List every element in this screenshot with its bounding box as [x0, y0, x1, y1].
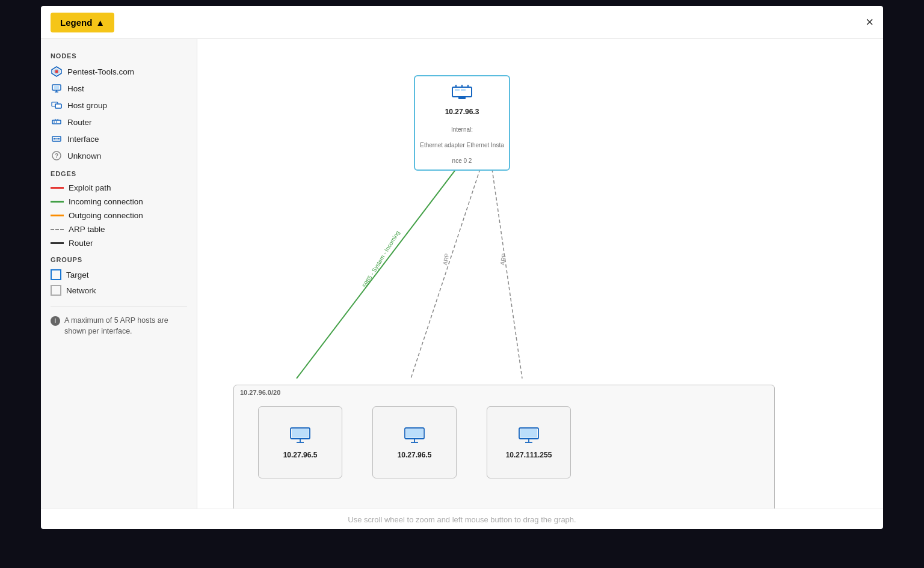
chevron-up-icon: ▲ [96, 17, 105, 28]
unknown-label: Unknown [67, 151, 101, 160]
groups-title: GROUPS [51, 256, 187, 263]
exploit-line [51, 187, 64, 189]
sidebar-item-host: Host [51, 82, 187, 94]
host3-ip: 10.27.111.255 [506, 451, 552, 459]
arp-label1: ARP [442, 253, 451, 266]
host1-ip: 10.27.96.5 [283, 451, 318, 459]
sidebar-item-router: Router [51, 116, 187, 128]
svg-line-23 [492, 169, 522, 378]
interface-ip: 10.27.96.3 [445, 108, 479, 116]
svg-point-17 [54, 138, 55, 139]
sidebar-edge-router: Router [51, 239, 187, 248]
arp-label2: ARP [499, 253, 508, 266]
unknown-icon: ? [51, 150, 63, 162]
svg-rect-4 [54, 86, 59, 89]
svg-rect-2 [55, 70, 58, 73]
incoming-line [51, 201, 64, 203]
groups-section: GROUPS Target Network [51, 256, 187, 296]
incoming-label: Incoming connection [69, 197, 143, 206]
svg-rect-32 [292, 429, 309, 438]
modal-body: NODES Pentest-Tools.com Host [41, 39, 883, 508]
sidebar-note: i A maximum of 5 ARP hosts are shown per… [51, 307, 187, 337]
sidebar-edge-arp: ARP table [51, 225, 187, 234]
close-button[interactable]: × [866, 16, 873, 29]
sidebar-edge-exploit: Exploit path [51, 183, 187, 192]
interface-node-icon [450, 82, 474, 104]
modal-overlay: Legend ▲ × NODES Pentest-Tools.com [0, 0, 924, 568]
interface-node[interactable]: 10.27.96.3 Internal: Ethernet adapter Et… [414, 75, 510, 171]
outgoing-label: Outgoing connection [69, 211, 143, 220]
legend-button[interactable]: Legend ▲ [51, 13, 114, 32]
note-text: A maximum of 5 ARP hosts are shown per i… [64, 316, 187, 337]
footer-hint: Use scroll wheel to zoom and left mouse … [41, 508, 883, 529]
nodes-title: NODES [51, 52, 187, 60]
pentest-icon [51, 66, 63, 78]
legend-label: Legend [60, 17, 92, 28]
interface-label: Interface [67, 135, 99, 144]
info-icon: i [51, 316, 60, 326]
router-icon [51, 116, 63, 128]
host2-ip: 10.27.96.5 [398, 451, 432, 459]
sidebar: NODES Pentest-Tools.com Host [41, 39, 197, 508]
edges-title: EDGES [51, 170, 187, 177]
hostgroup-label: Host group [67, 101, 107, 110]
network-box [51, 285, 61, 296]
host-icon-3 [518, 427, 540, 447]
svg-rect-26 [461, 89, 466, 91]
sidebar-item-unknown: ? Unknown [51, 150, 187, 162]
footer-hint-text: Use scroll wheel to zoom and left mouse … [348, 515, 576, 524]
host-node-1[interactable]: 10.27.96.5 [258, 406, 342, 478]
host-icon [51, 82, 63, 94]
svg-line-22 [411, 169, 480, 378]
modal: Legend ▲ × NODES Pentest-Tools.com [41, 6, 883, 529]
svg-rect-24 [452, 87, 472, 97]
interface-icon [51, 133, 63, 145]
svg-rect-30 [458, 97, 466, 99]
target-box [51, 269, 61, 280]
sidebar-group-network: Network [51, 285, 187, 296]
network-label: Network [66, 286, 96, 295]
svg-rect-36 [406, 429, 423, 438]
svg-point-11 [54, 121, 55, 123]
host-node-2[interactable]: 10.27.96.5 [372, 406, 457, 478]
router-edge-label: Router [69, 239, 93, 248]
sidebar-group-target: Target [51, 269, 187, 280]
exploit-label: Exploit path [69, 183, 111, 192]
sidebar-item-interface: Interface [51, 133, 187, 145]
svg-point-12 [56, 121, 57, 123]
network-group-label: 10.27.96.0/20 [240, 389, 280, 396]
pentest-label: Pentest-Tools.com [67, 67, 134, 76]
graph-area[interactable]: 5985 - System - Incoming ARP ARP [197, 39, 883, 508]
outgoing-line [51, 215, 64, 216]
host-label: Host [67, 84, 84, 93]
host-node-3[interactable]: 10.27.111.255 [487, 406, 571, 478]
svg-rect-25 [455, 89, 460, 91]
interface-sub: Internal: Ethernet adapter Ethernet Inst… [420, 118, 504, 165]
router-label: Router [67, 118, 92, 127]
host-group-icon [51, 99, 63, 111]
arp-dashed [51, 229, 64, 230]
network-group: 10.27.96.0/20 10.27.96.5 [233, 385, 775, 508]
edges-section: EDGES Exploit path Incoming connection O… [51, 170, 187, 248]
arp-label: ARP table [69, 225, 105, 234]
target-label: Target [66, 270, 89, 279]
sidebar-item-pentest: Pentest-Tools.com [51, 66, 187, 78]
svg-rect-8 [55, 104, 61, 108]
svg-text:?: ? [55, 153, 58, 159]
sidebar-edge-incoming: Incoming connection [51, 197, 187, 206]
svg-line-21 [297, 169, 456, 378]
host-icon-2 [404, 427, 425, 447]
router-line [51, 242, 64, 244]
svg-rect-40 [520, 429, 537, 438]
edge-label-text: 5985 - System - Incoming [361, 230, 401, 289]
modal-header: Legend ▲ × [41, 6, 883, 39]
svg-point-18 [58, 138, 60, 139]
sidebar-item-hostgroup: Host group [51, 99, 187, 111]
host-icon-1 [289, 427, 311, 447]
sidebar-edge-outgoing: Outgoing connection [51, 211, 187, 220]
